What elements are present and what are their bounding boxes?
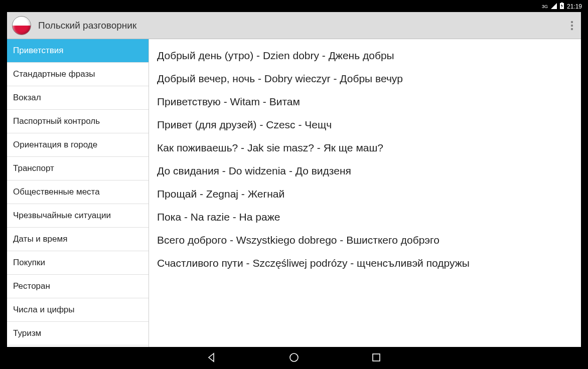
phrase-list[interactable]: Добрый день (утро) - Dzien dobry - Джень…: [149, 39, 581, 347]
sidebar-item-7[interactable]: Чрезвычайные ситуации: [7, 204, 149, 228]
phrase-line[interactable]: Прощай - Zegnaj - Жегнай: [157, 182, 573, 206]
app-flag-icon: [12, 16, 31, 35]
phrase-line[interactable]: Привет (для друзей) - Czesc - Чещч: [157, 113, 573, 136]
sidebar-item-5[interactable]: Транспорт: [7, 157, 149, 180]
svg-rect-3: [373, 354, 380, 361]
phrase-line[interactable]: Пока - Na razie - На раже: [157, 206, 573, 229]
app-title: Польский разговорник: [38, 20, 568, 31]
phrase-line[interactable]: Добрый вечер, ночь - Dobry wieczyr - Доб…: [157, 67, 573, 90]
phrase-line[interactable]: Приветствую - Witam - Витам: [157, 90, 573, 113]
action-bar: Польский разговорник: [7, 12, 581, 39]
sidebar-item-6[interactable]: Общественные места: [7, 180, 149, 204]
sidebar-item-0[interactable]: Приветствия: [7, 39, 149, 63]
app-container: Польский разговорник ПриветствияСтандарт…: [7, 12, 581, 347]
sidebar-item-4[interactable]: Ориентация в городе: [7, 133, 149, 157]
phrase-line[interactable]: Добрый день (утро) - Dzien dobry - Джень…: [157, 44, 573, 67]
overflow-menu-button[interactable]: [568, 18, 576, 33]
svg-rect-1: [561, 3, 563, 4]
sidebar-item-11[interactable]: Числа и цифры: [7, 298, 149, 322]
network-label: 3G: [542, 4, 548, 9]
status-bar: 3G 21:19: [1, 1, 587, 12]
sidebar-item-8[interactable]: Даты и время: [7, 228, 149, 251]
signal-icon: [551, 3, 557, 11]
sidebar-item-9[interactable]: Покупки: [7, 251, 149, 275]
sidebar-item-12[interactable]: Туризм: [7, 322, 149, 345]
body-split: ПриветствияСтандартные фразыВокзалПаспор…: [7, 39, 581, 347]
svg-point-2: [290, 353, 298, 361]
sidebar-item-10[interactable]: Ресторан: [7, 275, 149, 298]
phrase-line[interactable]: Как поживаешь? - Jak sie masz? - Як ще м…: [157, 136, 573, 159]
back-button[interactable]: [206, 351, 218, 363]
clock-label: 21:19: [567, 3, 582, 10]
sidebar-item-3[interactable]: Паспортный контроль: [7, 110, 149, 133]
recent-button[interactable]: [370, 351, 382, 363]
category-sidebar[interactable]: ПриветствияСтандартные фразыВокзалПаспор…: [7, 39, 149, 347]
home-button[interactable]: [288, 351, 300, 363]
sidebar-item-1[interactable]: Стандартные фразы: [7, 63, 149, 86]
device-frame: 3G 21:19 Польский разговорник Приветстви…: [0, 0, 588, 369]
system-nav-bar: [7, 347, 581, 368]
phrase-line[interactable]: Всего доброго - Wszystkiego dobrego - Вш…: [157, 229, 573, 252]
sidebar-item-2[interactable]: Вокзал: [7, 86, 149, 110]
battery-icon: [560, 3, 564, 11]
phrase-line[interactable]: Счастливого пути - Szczęśliwej podrózy -…: [157, 252, 573, 275]
phrase-line[interactable]: До свидания - Do widzenia - До видзеня: [157, 159, 573, 182]
